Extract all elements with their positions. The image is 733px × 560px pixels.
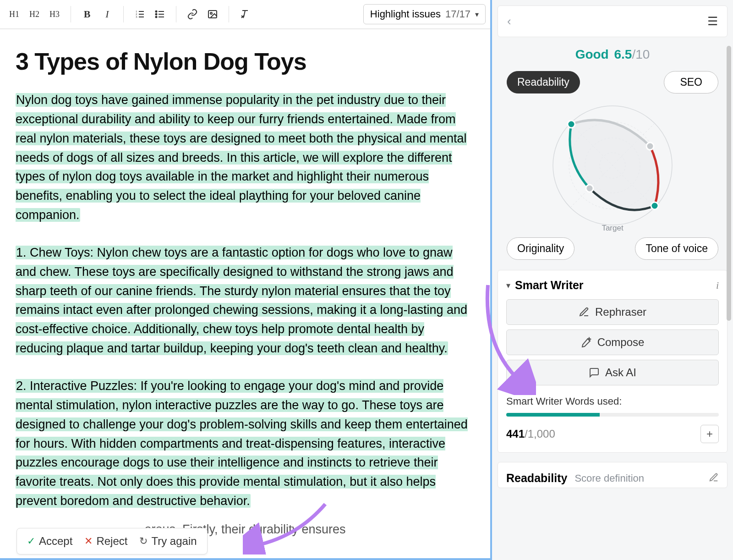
words-progress	[506, 413, 719, 417]
pill-readability[interactable]: Readability	[507, 71, 580, 93]
readability-card: Readability Score definition	[498, 462, 728, 488]
bullet-list-button[interactable]	[150, 5, 170, 24]
svg-point-10	[156, 14, 157, 15]
document-body[interactable]: 3 Types of Nylon Dog Toys Nylon dog toys…	[0, 29, 490, 558]
editor-toolbar: H1 H2 H3 B I 123	[0, 0, 490, 29]
score-definition-link[interactable]: Score definition	[574, 472, 644, 484]
back-button[interactable]: ‹	[507, 14, 511, 28]
radar-chart: Readability SEO Originality Tone of voic…	[501, 69, 724, 262]
compose-button[interactable]: Compose	[506, 329, 719, 355]
link-button[interactable]	[183, 5, 202, 24]
info-icon[interactable]: i	[716, 280, 719, 291]
highlight-issues-label: Highlight issues	[370, 8, 441, 20]
pill-originality[interactable]: Originality	[507, 237, 574, 260]
paragraph-2[interactable]: 1. Chew Toys: Nylon chew toys are a fant…	[16, 246, 467, 355]
chat-icon	[589, 367, 600, 378]
quality-score: Good 6.5/10	[498, 47, 728, 62]
svg-point-21	[646, 143, 654, 150]
pill-seo[interactable]: SEO	[664, 71, 718, 93]
highlight-issues-count: 17/17	[445, 8, 470, 20]
words-used: 441	[506, 428, 525, 440]
refresh-icon: ↻	[139, 535, 148, 547]
score-value: 6.5	[614, 47, 632, 61]
collapse-icon[interactable]: ▾	[506, 280, 510, 291]
accept-button[interactable]: ✓ Accept	[27, 535, 72, 548]
add-words-button[interactable]: +	[700, 425, 719, 443]
try-again-button[interactable]: ↻ Try again	[139, 535, 197, 548]
svg-point-22	[651, 202, 658, 209]
sidebar-header: ‹ ☰	[498, 5, 728, 37]
document-title[interactable]: 3 Types of Nylon Dog Toys	[16, 48, 475, 75]
clear-formatting-button[interactable]	[235, 5, 255, 24]
numbered-list-button[interactable]: 123	[130, 5, 149, 24]
svg-point-9	[156, 11, 157, 12]
compose-label: Compose	[597, 336, 645, 349]
svg-point-20	[568, 121, 575, 128]
try-again-label: Try again	[151, 535, 197, 548]
bold-button[interactable]: B	[77, 5, 97, 24]
smart-writer-title: Smart Writer	[515, 279, 711, 292]
h3-button[interactable]: H3	[45, 5, 64, 24]
editor-pane: H1 H2 H3 B I 123	[0, 0, 492, 560]
reject-button[interactable]: ✕ Reject	[84, 535, 127, 548]
paragraph-3[interactable]: 2. Interactive Puzzles: If you're lookin…	[16, 379, 468, 508]
svg-point-23	[586, 185, 593, 192]
rephraser-button[interactable]: Rephraser	[506, 299, 719, 325]
svg-point-11	[156, 16, 157, 18]
ask-ai-button[interactable]: Ask AI	[506, 360, 719, 385]
words-count: 441/1,000	[506, 428, 555, 440]
svg-text:3: 3	[136, 15, 137, 19]
h2-button[interactable]: H2	[25, 5, 44, 24]
smart-writer-words-label: Smart Writer Words used:	[506, 395, 719, 407]
check-icon: ✓	[27, 535, 35, 547]
words-total: /1,000	[525, 428, 555, 440]
target-label: Target	[602, 224, 624, 232]
h1-button[interactable]: H1	[5, 5, 24, 24]
readability-title: Readability	[506, 472, 567, 485]
rephraser-label: Rephraser	[595, 306, 646, 318]
italic-button[interactable]: I	[98, 5, 117, 24]
reject-label: Reject	[96, 535, 127, 548]
edit-readability-icon[interactable]	[709, 472, 719, 484]
scrollbar[interactable]	[727, 46, 731, 321]
sidebar: ‹ ☰ Good 6.5/10 Readability SEO Original…	[492, 0, 733, 560]
close-icon: ✕	[84, 535, 93, 547]
ai-action-bar: ✓ Accept ✕ Reject ↻ Try again	[16, 528, 208, 555]
words-progress-fill	[506, 413, 600, 417]
pill-tone-of-voice[interactable]: Tone of voice	[635, 237, 718, 260]
radar-svg: Target	[544, 97, 681, 234]
wand-icon	[581, 337, 592, 348]
menu-button[interactable]: ☰	[707, 14, 718, 28]
paragraph-1[interactable]: Nylon dog toys have gained immense popul…	[16, 93, 467, 222]
smart-writer-card: ▾ Smart Writer i Rephraser Compose Ask A…	[498, 270, 728, 453]
chevron-down-icon: ▾	[475, 10, 479, 19]
svg-point-13	[210, 12, 212, 14]
score-outof: /10	[632, 47, 650, 61]
score-label: Good	[575, 47, 609, 61]
highlight-issues-select[interactable]: Highlight issues 17/17 ▾	[363, 4, 486, 24]
accept-label: Accept	[39, 535, 72, 548]
ask-ai-label: Ask AI	[605, 366, 636, 379]
pencil-edit-icon	[579, 307, 590, 318]
image-button[interactable]	[203, 5, 222, 24]
